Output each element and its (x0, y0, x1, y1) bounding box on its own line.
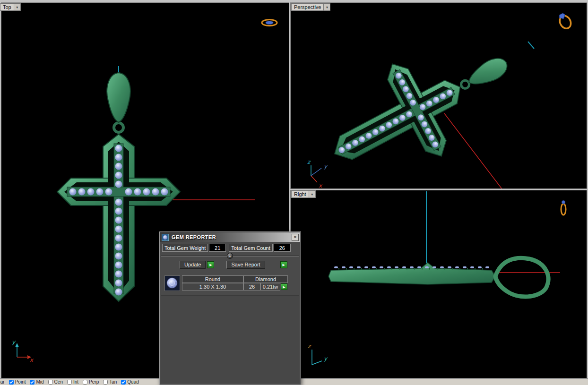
axis-x-label: x (30, 357, 34, 363)
viewport-title-perspective[interactable]: Perspective ▼ (291, 3, 330, 11)
chevron-down-icon[interactable]: ▼ (309, 190, 316, 198)
axis-x-label: x (319, 182, 323, 188)
osnap-int[interactable]: Int (63, 379, 78, 385)
view-orientation-gizmo-icon (556, 12, 573, 30)
chevron-down-icon[interactable]: ▼ (14, 3, 21, 11)
view-orientation-gizmo-icon (561, 201, 566, 215)
bail-loop-side (495, 258, 548, 297)
osnap-tan[interactable]: Tan (99, 379, 117, 385)
close-icon[interactable]: ✕ (292, 234, 299, 241)
gem-type-header: Diamond (243, 275, 288, 283)
axis-indicator-top: y x (12, 339, 34, 363)
view-orientation-gizmo-icon (262, 20, 277, 26)
viewport-right[interactable]: z y (290, 190, 587, 378)
osnap-int-checkbox[interactable] (67, 380, 72, 385)
osnap-perp[interactable]: Perp (78, 379, 99, 385)
osnap-near-label: Near (0, 379, 5, 385)
osnap-mid-label: Mid (36, 379, 43, 385)
gem-reporter-titlebar[interactable]: GEM REPORTER ✕ (160, 232, 300, 242)
axis-z-label: z (308, 343, 311, 350)
axis-indicator-right: z y (308, 343, 328, 365)
axis-z-label: z (307, 159, 311, 165)
gem-count-cell: 26 (243, 283, 260, 291)
play-icon: ▶ (209, 263, 212, 266)
right-viewport-scene[interactable]: z y (291, 190, 587, 378)
total-gem-count-label: Total Gem Count (229, 244, 273, 252)
osnap-tan-checkbox[interactable] (103, 380, 108, 385)
cross-pendant-side (329, 258, 548, 297)
chevron-down-icon[interactable]: ▼ (324, 3, 330, 11)
gem-size-cell: 1.30 X 1.30 (182, 283, 243, 291)
viewport-title-right[interactable]: Right ▼ (291, 190, 316, 198)
osnap-cen-checkbox[interactable] (48, 380, 53, 385)
viewport-title-perspective-label[interactable]: Perspective (291, 3, 324, 11)
dialog-title: GEM REPORTER (172, 234, 216, 240)
osnap-perp-checkbox[interactable] (83, 380, 87, 385)
viewport-title-right-label[interactable]: Right (291, 190, 309, 198)
play-icon: ▶ (282, 263, 285, 266)
gem-weight-cell: 0.21tw (260, 283, 280, 291)
osnap-point-checkbox[interactable] (9, 380, 14, 385)
save-report-run-button[interactable]: ▶ (280, 261, 287, 268)
total-gem-weight-value: 21 (209, 244, 226, 252)
gem-totals-row: Total Gem Weight 21 Total Gem Count 26 (162, 244, 298, 252)
construction-line-stub (528, 42, 534, 49)
gem-table-grid: Round Diamond 1.30 X 1.30 26 0.21tw ▶ (182, 275, 288, 291)
viewport-perspective[interactable]: z y x (290, 2, 587, 189)
gem-reporter-dialog: GEM REPORTER ✕ Total Gem Weight 21 Total… (159, 231, 301, 385)
osnap-strip: Near Point Mid Cen Int Perp Tan Quad (0, 379, 139, 385)
update-run-button[interactable]: ▶ (207, 261, 214, 268)
osnap-cen[interactable]: Cen (44, 379, 63, 385)
play-icon: ▶ (283, 285, 285, 289)
axis-y-label: y (324, 355, 328, 362)
gem-thumbnail[interactable] (164, 275, 180, 291)
gem-reporter-icon (162, 234, 169, 241)
osnap-tan-label: Tan (109, 379, 117, 385)
gem-reporter-body (161, 295, 299, 383)
osnap-near[interactable]: Near (0, 379, 5, 385)
total-gem-count-value: 26 (274, 244, 291, 252)
total-gem-weight-label: Total Gem Weight (162, 244, 208, 252)
osnap-int-label: Int (73, 379, 78, 385)
osnap-quad-checkbox[interactable] (121, 380, 126, 385)
osnap-point-label: Point (15, 379, 26, 385)
gem-reporter-actions: Update ▶ Save Report ▶ (160, 260, 301, 269)
osnap-point[interactable]: Point (5, 379, 26, 385)
osnap-quad[interactable]: Quad (117, 379, 138, 385)
save-report-button[interactable]: Save Report (226, 261, 265, 269)
update-button[interactable]: Update (180, 261, 206, 269)
perspective-viewport-scene[interactable]: z y x (291, 3, 587, 188)
axis-y-label: y (324, 163, 328, 170)
gem-row-action-button[interactable]: ▶ (281, 283, 287, 290)
viewport-title-top[interactable]: Top ▼ (0, 3, 21, 11)
osnap-mid[interactable]: Mid (26, 379, 43, 385)
collapse-knob[interactable]: ▴ (227, 253, 233, 259)
collapse-divider: ▴ (161, 256, 299, 257)
viewport-title-top-label[interactable]: Top (0, 3, 14, 11)
osnap-perp-label: Perp (89, 379, 99, 385)
construction-line-diagonal (444, 113, 502, 188)
axis-y-label: y (12, 339, 16, 345)
osnap-quad-label: Quad (127, 379, 138, 385)
gem-shape-header: Round (182, 275, 243, 283)
axis-indicator-perspective: z y x (307, 159, 328, 188)
cross-pendant-perspective (310, 17, 531, 188)
gem-table: Round Diamond 1.30 X 1.30 26 0.21tw ▶ (164, 275, 288, 291)
osnap-cen-label: Cen (54, 379, 63, 385)
osnap-mid-checkbox[interactable] (30, 380, 35, 385)
